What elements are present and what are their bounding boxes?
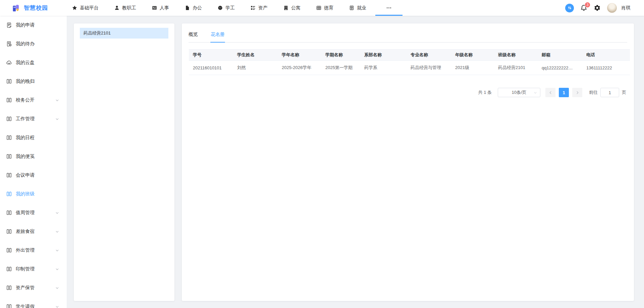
tab-overview[interactable]: 概览	[189, 29, 198, 42]
nav-item-employment[interactable]: 就业	[341, 0, 374, 16]
nav-item-basic-platform[interactable]: 基础平台	[64, 0, 106, 16]
sidebar-item-student-leave[interactable]: 学生请假	[0, 297, 67, 308]
sidebar-item-school-affairs[interactable]: 校务公开	[0, 91, 67, 110]
book-icon	[6, 304, 12, 308]
table-cell: 2025-2026学年	[278, 61, 321, 75]
chevron-down-icon	[55, 117, 59, 121]
grid-icon	[316, 5, 322, 11]
next-page-button[interactable]	[572, 88, 582, 97]
book-icon	[6, 97, 12, 103]
sidebar-item-meeting-application[interactable]: 会议申请	[0, 166, 67, 185]
chevron-down-icon	[55, 98, 59, 103]
chevron-down-icon	[55, 305, 59, 308]
nav-item-assets[interactable]: 资产	[243, 0, 275, 16]
switch-role-button[interactable]	[565, 4, 574, 12]
goto-label: 前往	[589, 89, 598, 96]
chevron-down-icon	[55, 248, 59, 253]
book-icon	[6, 229, 12, 235]
sidebar-item-my-cloud-disk[interactable]: 我的云盘	[0, 53, 67, 72]
roster-panel: 概览 花名册 学号学生姓名学年名称学期名称系部名称专业名称年级名称班级名称邮箱电…	[182, 23, 634, 301]
page-size-select[interactable]: 10条/页	[498, 88, 540, 97]
notification-badge: 3	[585, 2, 590, 8]
table-column-header-clipped	[627, 50, 630, 61]
table-row: 202116010101刘然2025-2026学年2025第一学期药学系药品经营…	[189, 61, 630, 75]
sidebar-item-outing-management[interactable]: 外出管理	[0, 241, 67, 260]
nav-item-hr[interactable]: 人事	[144, 0, 177, 16]
chevron-left-icon	[548, 90, 553, 95]
chevron-down-icon	[55, 267, 59, 271]
idcard-icon	[152, 5, 157, 11]
table-column-header: 学号	[189, 50, 233, 61]
logo-icon	[12, 4, 21, 12]
book-icon	[6, 285, 12, 291]
table-cell: 13611112222	[582, 61, 627, 75]
book-icon	[6, 210, 12, 216]
page-number-button[interactable]: 1	[559, 88, 569, 97]
table-cell: 药品经营与管理	[407, 61, 451, 75]
chevron-down-icon	[55, 211, 59, 215]
sidebar-item-my-class[interactable]: 我的班级	[0, 185, 67, 203]
nav-item-more[interactable]	[374, 0, 404, 16]
more-icon	[386, 5, 392, 11]
book-icon	[6, 116, 12, 122]
table-cell: 药品经营2101	[494, 61, 538, 75]
chevron-down-icon	[55, 286, 59, 290]
gear-icon	[594, 4, 601, 11]
document-edit-icon	[6, 22, 12, 28]
document-check-icon	[6, 41, 12, 47]
top-bar: 智慧校园 基础平台 教职工 人事 办公 学工 资产 公寓 德育 就业	[0, 0, 644, 16]
goto-page-input[interactable]	[600, 88, 619, 97]
table-cell: 药学系	[360, 61, 407, 75]
nav-item-apartment[interactable]: 公寓	[275, 0, 308, 16]
table-column-header: 年级名称	[451, 50, 494, 61]
sidebar-item-print-management[interactable]: 印制管理	[0, 260, 67, 279]
table-column-header: 专业名称	[407, 50, 451, 61]
table-cell-clipped: 2	[627, 61, 630, 75]
star-icon	[72, 5, 77, 11]
table-cell: qq122222222…	[538, 61, 582, 75]
sidebar-item-my-applications[interactable]: 我的申请	[0, 16, 67, 35]
document-icon	[184, 5, 190, 11]
student-table: 学号学生姓名学年名称学期名称系部名称专业名称年级名称班级名称邮箱电话 20211…	[189, 49, 630, 75]
tab-roster[interactable]: 花名册	[211, 29, 225, 42]
nav-item-student-affairs[interactable]: 学工	[210, 0, 243, 16]
sidebar: 我的申请 我的待办 我的云盘 我的晚归 校务公开 工作管理 我的日程 我的便笺 …	[0, 16, 67, 308]
cloud-upload-icon	[6, 60, 12, 66]
chevron-down-icon	[533, 91, 537, 95]
class-list-item[interactable]: 药品经营2101	[80, 28, 168, 39]
nav-item-staff[interactable]: 教职工	[106, 0, 144, 16]
avatar[interactable]	[607, 3, 617, 13]
table-column-header: 邮箱	[538, 50, 582, 61]
notifications-button[interactable]: 3	[580, 4, 587, 11]
book-icon	[6, 78, 12, 84]
sidebar-item-duty-week[interactable]: 值周管理	[0, 203, 67, 222]
username[interactable]: 肖琪	[621, 5, 631, 11]
user-icon	[114, 5, 120, 11]
table-column-header: 学期名称	[321, 50, 360, 61]
goto-unit-label: 页	[622, 89, 626, 96]
prev-page-button[interactable]	[545, 88, 555, 97]
book-icon	[6, 247, 12, 253]
list-icon	[250, 5, 256, 11]
page-size-value: 10条/页	[512, 89, 526, 96]
top-nav: 基础平台 教职工 人事 办公 学工 资产 公寓 德育 就业	[64, 0, 404, 16]
sidebar-item-my-todos[interactable]: 我的待办	[0, 35, 67, 53]
settings-button[interactable]	[594, 4, 601, 11]
class-list-panel: 药品经营2101	[74, 23, 174, 301]
table-body: 202116010101刘然2025-2026学年2025第一学期药学系药品经营…	[189, 61, 630, 75]
sidebar-item-my-schedule[interactable]: 我的日程	[0, 128, 67, 147]
sidebar-item-my-notes[interactable]: 我的便笺	[0, 147, 67, 166]
table-cell: 刘然	[233, 61, 278, 75]
chevron-down-icon	[55, 230, 59, 234]
chevron-right-icon	[575, 90, 580, 95]
sidebar-item-work-management[interactable]: 工作管理	[0, 110, 67, 128]
table-column-header: 系部名称	[360, 50, 407, 61]
sidebar-item-travel-board[interactable]: 差旅食宿	[0, 222, 67, 241]
nav-item-office[interactable]: 办公	[177, 0, 210, 16]
sidebar-item-asset-custody[interactable]: 资产保管	[0, 279, 67, 297]
table-column-header: 班级名称	[494, 50, 538, 61]
badge-icon	[349, 5, 355, 11]
sidebar-item-my-late-return[interactable]: 我的晚归	[0, 72, 67, 91]
app-logo[interactable]: 智慧校园	[0, 4, 48, 12]
nav-item-moral-education[interactable]: 德育	[308, 0, 341, 16]
